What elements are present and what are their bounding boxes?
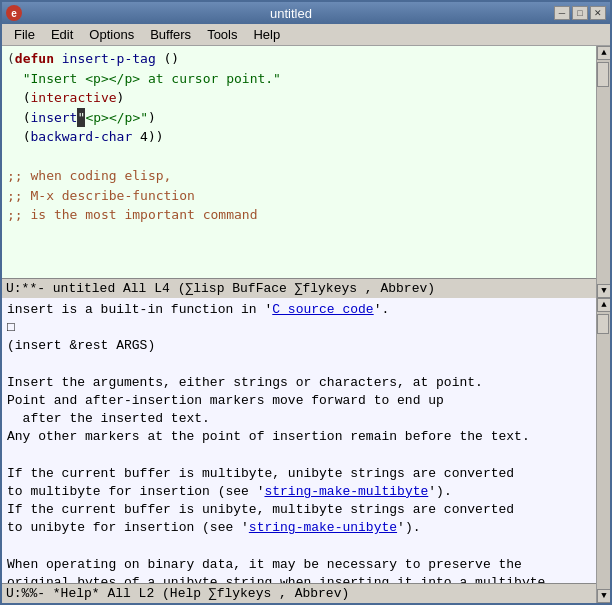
help-desc-2: Point and after-insertion markers move f… <box>7 392 591 410</box>
help-desc-7: If the current buffer is unibyte, multib… <box>7 501 591 519</box>
top-scroll-thumb[interactable] <box>597 62 609 87</box>
menu-edit[interactable]: Edit <box>43 26 81 43</box>
main-window: e untitled ─ □ ✕ File Edit Options Buffe… <box>0 0 612 605</box>
multibyte-link[interactable]: string-make-multibyte <box>264 484 428 499</box>
top-status-bar: U:**- untitled All L4 (∑lisp BufFace ∑fl… <box>2 278 596 298</box>
top-scroll-down[interactable]: ▼ <box>597 284 610 298</box>
help-blank3 <box>7 447 591 465</box>
menubar: File Edit Options Buffers Tools Help <box>2 24 610 46</box>
bottom-scroll-thumb[interactable] <box>597 314 609 334</box>
bottom-scroll-up[interactable]: ▲ <box>597 298 610 312</box>
top-editor-left: (defun insert-p-tag () "Insert <p></p> a… <box>2 46 596 298</box>
help-desc-4: Any other markers at the point of insert… <box>7 428 591 446</box>
close-button[interactable]: ✕ <box>590 6 606 20</box>
help-desc-10: original bytes of a unibyte string when … <box>7 574 591 583</box>
bottom-pane: insert is a built-in function in 'C sour… <box>2 298 610 603</box>
maximize-button[interactable]: □ <box>572 6 588 20</box>
bottom-scroll-down[interactable]: ▼ <box>597 589 610 603</box>
bottom-status-bar: U:%%- *Help* All L2 (Help ∑flykeys , Abb… <box>2 583 596 603</box>
menu-file[interactable]: File <box>6 26 43 43</box>
titlebar-left: e <box>2 5 28 21</box>
help-desc-3: after the inserted text. <box>7 410 591 428</box>
help-sig: (insert &rest ARGS) <box>7 337 591 355</box>
help-text: insert is a built-in function in 'C sour… <box>7 301 591 583</box>
titlebar: e untitled ─ □ ✕ <box>2 2 610 24</box>
help-desc-6: to multibyte for insertion (see 'string-… <box>7 483 591 501</box>
top-scrollbar: ▲ ▼ <box>596 46 610 298</box>
top-editor-content[interactable]: (defun insert-p-tag () "Insert <p></p> a… <box>2 46 596 278</box>
help-desc-5: If the current buffer is multibyte, unib… <box>7 465 591 483</box>
top-pane: (defun insert-p-tag () "Insert <p></p> a… <box>2 46 610 298</box>
top-scroll-up[interactable]: ▲ <box>597 46 610 60</box>
menu-help[interactable]: Help <box>245 26 288 43</box>
bottom-help-content[interactable]: insert is a built-in function in 'C sour… <box>2 298 596 583</box>
bottom-help-left: insert is a built-in function in 'C sour… <box>2 298 596 603</box>
csource-link[interactable]: C source code <box>272 302 373 317</box>
titlebar-controls: ─ □ ✕ <box>554 6 610 20</box>
minimize-button[interactable]: ─ <box>554 6 570 20</box>
window-title: untitled <box>28 6 554 21</box>
unibyte-link[interactable]: string-make-unibyte <box>249 520 397 535</box>
top-scroll-track[interactable] <box>597 60 610 284</box>
bottom-scrollbar: ▲ ▼ <box>596 298 610 603</box>
help-blank2 <box>7 356 591 374</box>
bottom-scroll-track[interactable] <box>597 312 610 589</box>
help-blank4 <box>7 537 591 555</box>
menu-tools[interactable]: Tools <box>199 26 245 43</box>
app-icon: e <box>6 5 22 21</box>
help-line-blank1: □ <box>7 319 591 337</box>
help-line-1: insert is a built-in function in 'C sour… <box>7 301 591 319</box>
help-desc-9: When operating on binary data, it may be… <box>7 556 591 574</box>
help-desc-1: Insert the arguments, either strings or … <box>7 374 591 392</box>
top-status-text: U:**- untitled All L4 (∑lisp BufFace ∑fl… <box>6 281 435 296</box>
code-content: (defun insert-p-tag () "Insert <p></p> a… <box>7 49 591 225</box>
panes-area: (defun insert-p-tag () "Insert <p></p> a… <box>2 46 610 603</box>
menu-buffers[interactable]: Buffers <box>142 26 199 43</box>
bottom-status-text: U:%%- *Help* All L2 (Help ∑flykeys , Abb… <box>6 586 349 601</box>
help-desc-8: to unibyte for insertion (see 'string-ma… <box>7 519 591 537</box>
menu-options[interactable]: Options <box>81 26 142 43</box>
